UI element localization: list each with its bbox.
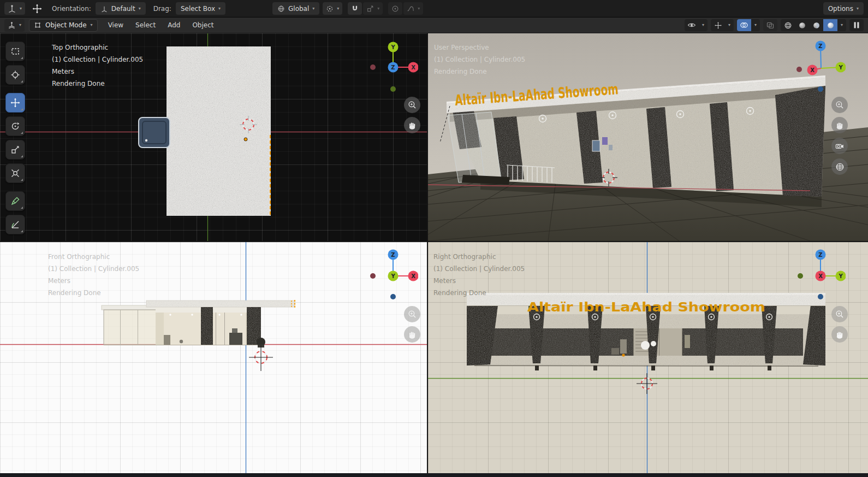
annotate-tool[interactable] bbox=[5, 191, 25, 211]
mode-value: Object Mode bbox=[45, 21, 87, 29]
zoom-button[interactable] bbox=[831, 97, 848, 113]
showroom-building-3d[interactable]: Altaïr Ibn-LaAhad Showroom bbox=[440, 75, 825, 207]
orientation-dropdown[interactable]: Default ▾ bbox=[96, 2, 146, 15]
gizmo-axis-z[interactable] bbox=[816, 250, 826, 260]
rotate-tool[interactable] bbox=[5, 116, 25, 136]
view-gizmo-right[interactable]: Z X Y bbox=[795, 248, 846, 304]
gizmo-axis-z[interactable] bbox=[388, 250, 399, 260]
viewport-editor-type-selector[interactable]: ▾ bbox=[4, 19, 25, 32]
building-side-elevation[interactable]: Altaïr Ibn-LaAhad Showroom bbox=[467, 293, 825, 370]
view-gizmo-top[interactable]: Y X Z bbox=[368, 40, 418, 97]
global-orientation-icon bbox=[277, 5, 285, 13]
gizmo-axis-x[interactable] bbox=[408, 271, 419, 281]
zoom-button[interactable] bbox=[404, 97, 420, 113]
camera-view-button[interactable] bbox=[831, 138, 848, 154]
object-visibility-dropdown[interactable]: ▾ bbox=[685, 19, 708, 31]
zoom-button[interactable] bbox=[404, 306, 420, 322]
menu-object[interactable]: Object bbox=[187, 20, 218, 31]
transform-tool[interactable] bbox=[5, 163, 25, 183]
viewport-scene-top[interactable] bbox=[0, 33, 427, 241]
gizmo-axis-y[interactable] bbox=[388, 42, 399, 52]
cursor-3d-icon bbox=[249, 345, 273, 371]
view-gizmo-front[interactable]: Z Y X bbox=[368, 248, 418, 304]
ortho-grid-icon bbox=[835, 162, 845, 172]
gizmo-axis-x[interactable] bbox=[408, 62, 419, 73]
xray-toggle[interactable] bbox=[763, 19, 777, 31]
mode-dropdown[interactable]: Object Mode ▾ bbox=[29, 19, 98, 32]
rotate-icon bbox=[10, 121, 20, 131]
render-pause-button[interactable] bbox=[849, 19, 864, 31]
menu-view[interactable]: View bbox=[103, 20, 128, 31]
drag-dropdown[interactable]: Select Box ▾ bbox=[176, 2, 225, 15]
building-front-elevation[interactable] bbox=[102, 300, 295, 345]
gizmo-axis-x-neg[interactable] bbox=[796, 67, 802, 72]
pivot-point-dropdown[interactable]: ▾ bbox=[323, 2, 342, 15]
options-label: Options bbox=[828, 5, 853, 13]
snap-target-dropdown[interactable]: ▾ bbox=[363, 2, 383, 15]
gizmo-axis-y-neg[interactable] bbox=[798, 273, 803, 279]
viewport-front-orthographic[interactable]: Front Orthographic (1) Collection | Cyli… bbox=[0, 242, 427, 477]
object-origin-dot[interactable] bbox=[244, 138, 247, 141]
hand-icon bbox=[835, 120, 845, 130]
gizmo-axis-z-neg[interactable] bbox=[818, 294, 823, 299]
overlays-dropdown[interactable]: ▾ bbox=[737, 19, 760, 31]
gizmo-axis-x-neg[interactable] bbox=[370, 273, 376, 279]
move-tool[interactable] bbox=[5, 93, 25, 113]
chevron-down-icon: ▾ bbox=[841, 23, 843, 27]
gizmo-axis-y[interactable] bbox=[388, 271, 399, 281]
proportional-editing-toggle[interactable] bbox=[388, 2, 402, 15]
gizmo-axis-x-neg[interactable] bbox=[370, 64, 376, 70]
shading-wireframe-button[interactable] bbox=[781, 19, 795, 31]
viewport-scene-front[interactable] bbox=[0, 242, 427, 477]
measure-tool[interactable] bbox=[5, 215, 25, 234]
hand-icon bbox=[407, 120, 417, 130]
proportional-editing-icon bbox=[391, 5, 399, 13]
pan-button[interactable] bbox=[404, 326, 420, 343]
scale-tool[interactable] bbox=[5, 140, 25, 160]
pause-icon bbox=[853, 21, 860, 29]
move-icon bbox=[10, 98, 20, 108]
pan-button[interactable] bbox=[831, 326, 848, 343]
gizmo-axis-x[interactable] bbox=[816, 271, 826, 281]
gizmo-axis-z-neg[interactable] bbox=[390, 294, 396, 299]
gizmo-axis-x[interactable] bbox=[807, 65, 818, 75]
scale-icon bbox=[10, 145, 20, 155]
options-dropdown[interactable]: Options ▾ bbox=[823, 2, 864, 15]
snap-toggle-button[interactable] bbox=[348, 2, 362, 15]
window-bottom-edge bbox=[0, 473, 868, 477]
shading-material-button[interactable] bbox=[809, 19, 823, 31]
wall-frame bbox=[592, 140, 600, 151]
glass-box-object[interactable] bbox=[139, 117, 170, 148]
toggle-orthographic-button[interactable] bbox=[831, 158, 848, 175]
pan-button[interactable] bbox=[831, 117, 848, 133]
magnifier-icon bbox=[407, 309, 418, 320]
zoom-button[interactable] bbox=[831, 306, 848, 322]
view-gizmo-perspective[interactable]: Z X Y bbox=[795, 39, 846, 96]
gizmo-axis-z[interactable] bbox=[816, 41, 826, 51]
gizmos-dropdown[interactable]: ▾ bbox=[711, 19, 734, 31]
editor-type-icon bbox=[8, 4, 16, 13]
select-box-tool[interactable] bbox=[5, 42, 25, 61]
hand-icon bbox=[407, 329, 417, 339]
gizmos-icon bbox=[714, 21, 722, 30]
transform-orientation-dropdown[interactable]: Global ▾ bbox=[272, 2, 319, 15]
editor-type-selector[interactable]: ▾ bbox=[4, 2, 25, 15]
chevron-down-icon: ▾ bbox=[19, 23, 21, 27]
cursor-tool[interactable] bbox=[5, 65, 25, 85]
gizmo-axis-z-neg[interactable] bbox=[818, 86, 823, 92]
menu-select[interactable]: Select bbox=[130, 20, 160, 31]
menu-add[interactable]: Add bbox=[163, 20, 185, 31]
pivot-point-icon bbox=[326, 5, 334, 13]
shading-solid-button[interactable] bbox=[795, 19, 809, 31]
solid-shading-icon bbox=[798, 21, 806, 30]
gizmo-axis-y-neg[interactable] bbox=[390, 86, 396, 92]
pan-button[interactable] bbox=[404, 117, 420, 133]
gizmo-axis-y[interactable] bbox=[836, 271, 846, 281]
gizmo-axis-y[interactable] bbox=[836, 62, 846, 73]
shading-dropdown[interactable]: ▾ bbox=[837, 19, 846, 31]
proportional-falloff-dropdown[interactable]: ▾ bbox=[403, 2, 423, 15]
viewport-top-orthographic[interactable]: Top Orthographic (1) Collection | Cylind… bbox=[0, 33, 427, 241]
gizmo-axis-z[interactable] bbox=[388, 62, 399, 73]
shading-rendered-button[interactable] bbox=[823, 19, 837, 31]
topbar: ▾ Orientation: Default ▾ Drag: Select Bo… bbox=[0, 0, 868, 17]
